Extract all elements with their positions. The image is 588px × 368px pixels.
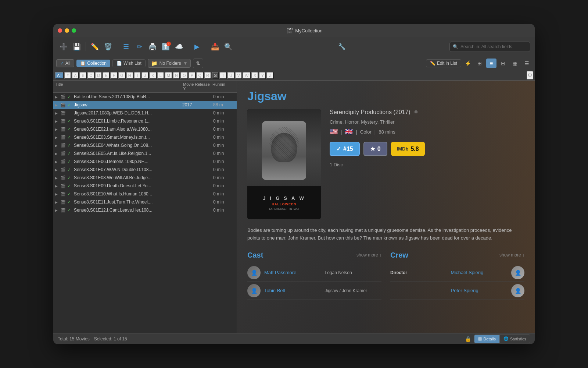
list-item[interactable]: ▶ 🎬 ✓ Sense8.S01E01.Limbic.Resonance.1..… (53, 117, 237, 125)
alpha-r[interactable]: R (204, 72, 211, 79)
print-button[interactable]: 🖨️ (147, 41, 158, 53)
alpha-e[interactable]: E (103, 72, 110, 79)
check-icon: ✓ (67, 159, 72, 164)
expand-arrow-icon: ▶ (55, 208, 59, 212)
maximize-button[interactable] (72, 28, 76, 33)
alpha-settings-button[interactable]: ⚙ (527, 71, 533, 79)
tab-wishlist[interactable]: 📄 Wish List (112, 59, 146, 67)
alpha-m[interactable]: M (165, 72, 172, 79)
main-toolbar: ➕ 💾 ✏️ 🗑️ ☰ ✏ 🖨️ ⬆️ ! ☁️ ▶ 📥 🔍 🔧 🔍 (53, 37, 535, 56)
columns-view-btn[interactable]: ⊞ (474, 59, 485, 68)
import-button[interactable]: 📥 (209, 41, 221, 53)
alpha-a[interactable]: A (72, 72, 79, 79)
alpha-z[interactable]: Z (266, 72, 274, 79)
search-db-button[interactable]: 🔍 (222, 41, 234, 53)
alpha-b[interactable]: B (79, 72, 87, 79)
studio-eye-icon[interactable]: 👁 (413, 109, 419, 115)
list-item[interactable]: ▶ 🎬 ✓ Sense8.S01E03.Smart.Money.Is.on.t.… (53, 133, 237, 141)
folder-dropdown[interactable]: 📁 No Folders ▼ (148, 59, 191, 68)
alpha-l[interactable]: L (157, 72, 164, 79)
alpha-s[interactable]: S (212, 72, 219, 79)
list-item[interactable]: ▶ 🎬 ✓ Sense8.S01E11.Just.Turn.The.Wheel.… (53, 198, 237, 206)
edit-button[interactable]: ✏️ (89, 41, 101, 53)
alpha-x[interactable]: X (251, 72, 258, 79)
item-type-icon: 🎬 (61, 103, 66, 107)
cloud-button[interactable]: ☁️ (173, 41, 185, 53)
crew-show-more[interactable]: show more ↓ (499, 252, 524, 258)
alpha-v[interactable]: V (235, 72, 242, 79)
minimize-button[interactable] (65, 28, 69, 33)
expand-arrow-icon: ▶ (55, 192, 59, 196)
edit-list-button[interactable]: ✏ (133, 41, 145, 53)
expand-arrow-icon: ▶ (55, 184, 59, 188)
alpha-t[interactable]: T (219, 72, 227, 79)
alpha-c[interactable]: C (87, 72, 94, 79)
check-icon: ✓ (67, 208, 72, 213)
list-item[interactable]: ▶ 🎬 ✓ Battle.of.the.Sexes.2017.1080p.Blu… (53, 93, 237, 101)
tab-collection[interactable]: 📋 Collection (76, 60, 110, 67)
list-item[interactable]: ▶ 🎬 ✓ Sense8.S01E09.Death.Doesnt.Let.Yo.… (53, 182, 237, 190)
check-icon: ✓ (67, 94, 72, 99)
alpha-j[interactable]: J (141, 72, 149, 79)
alpha-u[interactable]: U (227, 72, 234, 79)
edit-in-list-button[interactable]: ✏️ Edit in List (426, 59, 461, 67)
alpha-d[interactable]: D (95, 72, 102, 79)
details-view-button[interactable]: ▦ Details (474, 335, 500, 343)
list-item[interactable]: ▶ 🎬 ✓ Jigsaw 2017 88 m (53, 101, 237, 109)
item-type-icon: 🎬 (61, 159, 66, 164)
list-item[interactable]: ▶ 🎬 ✓ Sense8.S01E07.W.W.N.Double.D.108..… (53, 166, 237, 174)
close-button[interactable] (58, 28, 62, 33)
upload-button[interactable]: ⬆️ ! (160, 41, 172, 53)
list-detail-view-btn[interactable]: ≡ (486, 59, 496, 68)
check-icon: ✓ (67, 167, 72, 172)
list-item[interactable]: ▶ 🎬 ✓ Sense8.S01E06.Demons.1080p.NF.... … (53, 158, 237, 166)
cast-avatar: 👤 (247, 284, 261, 297)
list-item[interactable]: ▶ 🎬 ✓ Jigsaw.2017.1080p.WEB-DL.DD5.1.H..… (53, 109, 237, 117)
alpha-hash[interactable]: # (64, 72, 71, 79)
movie-poster: JIGSAW HALLOWEEN EXPERIENCE IT IN IMAX (247, 109, 321, 219)
alpha-p[interactable]: P (189, 72, 196, 79)
list-item[interactable]: ▶ 🎬 ✓ Sense8.S01E02.I.am.Also.a.We.1080.… (53, 125, 237, 133)
alpha-k[interactable]: K (149, 72, 157, 79)
add-button[interactable]: ➕ (58, 41, 69, 53)
list-item[interactable]: ▶ 🎬 ✓ Sense8.S01E10.What.Is.Human.1080..… (53, 190, 237, 198)
expand-arrow-icon: ▶ (55, 119, 59, 123)
statistics-view-button[interactable]: 🌐 Statistics (500, 335, 530, 343)
cast-show-more[interactable]: show more ↓ (356, 252, 381, 258)
list-item[interactable]: ▶ 🎬 ✓ Sense8.S01E05.Art.Is.Like.Religion… (53, 149, 237, 158)
list-item[interactable]: ▶ 🎬 ✓ Sense8.S01E12.I.Cant.Leave.Her.108… (53, 206, 237, 214)
sort-button[interactable]: ⇅ (193, 59, 203, 68)
cover-view-btn[interactable]: ▦ (510, 59, 520, 68)
filter-view-btn[interactable]: ⚡ (463, 59, 473, 68)
tab-all[interactable]: ✓ All (56, 59, 74, 67)
list-item[interactable]: ▶ 🎬 ✓ Sense8.S01E04.Whats.Going.On.108..… (53, 141, 237, 149)
poster-face-image (262, 121, 306, 180)
search-input[interactable] (460, 44, 527, 49)
grid-view-btn[interactable]: ⊟ (498, 59, 508, 68)
alpha-o[interactable]: O (180, 72, 188, 79)
list-item[interactable]: ▶ 🎬 ✓ Sense8.S01E08.We.Will.All.Be.Judge… (53, 174, 237, 182)
cast-name: Matt Passmore (264, 270, 321, 275)
table-view-btn[interactable]: ☰ (521, 59, 532, 68)
cast-name: Tobin Bell (264, 288, 321, 293)
save-button[interactable]: 💾 (71, 41, 83, 53)
delete-button[interactable]: 🗑️ (102, 41, 114, 53)
play-button[interactable]: ▶ (191, 41, 203, 53)
alpha-w[interactable]: W (243, 72, 251, 79)
main-window: 🎬 MyCollection ➕ 💾 ✏️ 🗑️ ☰ ✏ 🖨️ ⬆️ ! ☁️ … (53, 24, 535, 344)
toolbar-divider-3 (188, 42, 188, 51)
tools-button[interactable]: 🔧 (336, 41, 348, 53)
cast-avatar: 👤 (247, 266, 261, 279)
item-type-icon: 🎬 (61, 208, 66, 213)
alpha-n[interactable]: N (173, 72, 180, 79)
alpha-y[interactable]: Y (259, 72, 266, 79)
alpha-f[interactable]: F (110, 72, 118, 79)
alpha-q[interactable]: Q (196, 72, 204, 79)
alpha-g[interactable]: G (118, 72, 126, 79)
toolbar-divider-1 (86, 42, 86, 51)
alpha-all[interactable]: All (55, 72, 64, 79)
cast-role: Jigsaw / John Kramer (325, 288, 382, 293)
alpha-i[interactable]: I (134, 72, 141, 79)
alpha-h[interactable]: H (126, 72, 133, 79)
list-view-button[interactable]: ☰ (120, 41, 132, 53)
